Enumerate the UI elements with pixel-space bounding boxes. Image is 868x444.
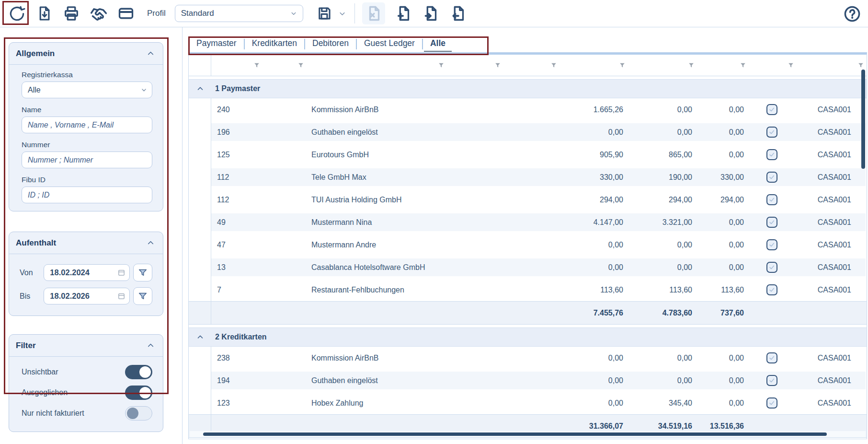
sichtbar-checkbox[interactable] [766, 194, 777, 205]
column-filter-icon[interactable] [857, 62, 864, 69]
toggle-switch[interactable] [125, 386, 152, 400]
collapse-chevron-up-icon[interactable] [146, 49, 155, 58]
section-aufenthalt-header[interactable]: Aufenthalt [9, 232, 163, 254]
toggle-switch[interactable] [125, 365, 152, 379]
sichtbar-checkbox[interactable] [766, 375, 777, 386]
column-filter-icon[interactable] [297, 62, 304, 69]
column-header-name[interactable] [306, 55, 446, 76]
export-file-button[interactable] [422, 4, 440, 23]
save-profile-button[interactable] [315, 4, 333, 23]
column-header-registrierkassa[interactable] [796, 55, 866, 76]
horizontal-scrollbar[interactable] [203, 432, 827, 436]
fibu-id-input[interactable] [22, 187, 152, 203]
cell-offen: 113,60 [627, 279, 696, 301]
group-collapse-icon[interactable] [196, 333, 205, 341]
sichtbar-checkbox[interactable] [766, 284, 777, 295]
import-file-button[interactable] [449, 4, 467, 23]
column-header-abreise[interactable] [503, 55, 559, 76]
tab-debitoren[interactable]: Debitoren [306, 36, 355, 52]
table-row[interactable]: 196Guthaben eingelöst0,000,000,00CASA001 [189, 121, 867, 143]
column-filter-icon[interactable] [740, 62, 746, 69]
tab-guest-ledger[interactable]: Guest Ledger [358, 36, 421, 52]
section-allgemein-header[interactable]: Allgemein [9, 43, 163, 65]
bis-filter-button[interactable] [133, 287, 152, 305]
cell-offen: 3.321,00 [627, 211, 696, 234]
table-row[interactable]: 13Casablanca Hotelsoftware GmbH0,000,000… [189, 256, 867, 279]
column-header-fibu-id[interactable] [262, 55, 306, 76]
column-filter-icon[interactable] [438, 62, 445, 69]
sichtbar-checkbox[interactable] [766, 172, 777, 183]
collapse-chevron-up-icon[interactable] [146, 341, 155, 350]
column-header-offen[interactable] [627, 55, 696, 76]
table-row[interactable]: 112TUI Austria Holding GmbH294,00294,002… [189, 188, 867, 211]
column-header-nicht-faktur[interactable] [696, 55, 748, 76]
cell-name: Kommission AirBnB [306, 98, 446, 121]
von-date-value[interactable] [50, 268, 106, 277]
table-row[interactable]: 112Tele GmbH Max330,00190,00330,00CASA00… [189, 166, 867, 188]
column-filter-icon[interactable] [494, 62, 501, 69]
column-header-nummer[interactable] [211, 55, 262, 76]
sichtbar-checkbox[interactable] [766, 397, 777, 409]
toggle-switch[interactable] [125, 406, 152, 421]
cell-summe: 905,90 [559, 143, 627, 166]
tab-alle[interactable]: Alle [424, 36, 452, 52]
sichtbar-checkbox[interactable] [766, 239, 777, 250]
tab-paymaster[interactable]: Paymaster [190, 36, 243, 52]
column-header-summe[interactable] [559, 55, 627, 76]
group-header-row[interactable]: 2 Kreditkarten [189, 327, 867, 347]
cell-nicht-fakturiert: 0,00 [696, 392, 748, 414]
group-header-row[interactable]: 1 Paymaster [189, 79, 867, 98]
sichtbar-checkbox[interactable] [766, 149, 777, 160]
refresh-button[interactable] [8, 4, 26, 23]
calendar-icon[interactable] [117, 269, 126, 277]
table-row[interactable]: 49Mustermann Nina4.147,003.321,000,00CAS… [189, 211, 867, 234]
calendar-icon[interactable] [117, 292, 126, 300]
table-row[interactable]: 7Restaurant-Fehlbuchungen113,60113,60113… [189, 279, 867, 301]
sichtbar-checkbox[interactable] [766, 352, 777, 363]
print-button[interactable] [62, 4, 80, 23]
column-filter-icon[interactable] [253, 62, 260, 69]
cash-drawer-button[interactable] [117, 4, 135, 23]
filter-funnel-icon [137, 268, 148, 278]
sichtbar-checkbox[interactable] [766, 217, 777, 228]
profile-select[interactable]: Standard [175, 5, 303, 22]
column-filter-icon[interactable] [688, 62, 695, 69]
column-filter-icon[interactable] [619, 62, 626, 69]
section-filter-header[interactable]: Filter [9, 335, 163, 357]
column-header-sichtbar[interactable] [748, 55, 796, 76]
cell-abreise [503, 143, 559, 166]
help-button[interactable] [843, 5, 861, 23]
table-row[interactable]: 123Hobex Zahlung0,00345,400,00CASA001 [189, 392, 867, 414]
add-file-button[interactable] [394, 4, 412, 23]
nummer-input[interactable] [22, 152, 152, 168]
von-date-input[interactable] [44, 264, 130, 281]
sichtbar-checkbox[interactable] [766, 127, 777, 138]
collapse-chevron-up-icon[interactable] [146, 238, 155, 247]
column-filter-icon[interactable] [550, 62, 557, 69]
discard-file-button[interactable] [362, 2, 385, 24]
sichtbar-checkbox[interactable] [766, 104, 777, 115]
sichtbar-checkbox[interactable] [766, 262, 777, 273]
cell-nummer: 125 [211, 143, 262, 166]
table-row[interactable]: 240Kommission AirBnB1.665,260,000,00CASA… [189, 98, 867, 121]
bis-date-input[interactable] [44, 288, 130, 304]
cell-registrierkassa: CASA001 [796, 121, 866, 143]
cell-nummer: 13 [211, 256, 262, 279]
table-row[interactable]: 47Mustermann Andre0,000,000,00CASA001 [189, 234, 867, 256]
name-input[interactable] [22, 117, 152, 133]
von-filter-button[interactable] [133, 264, 152, 281]
bis-date-value[interactable] [50, 292, 106, 301]
table-row[interactable]: 125Eurotours GmbH905,90865,000,00CASA001 [189, 143, 867, 166]
column-header-anreise[interactable] [446, 55, 503, 76]
download-file-button[interactable] [35, 4, 53, 23]
tab-kreditkarten[interactable]: Kreditkarten [246, 36, 303, 52]
column-filter-icon[interactable] [788, 62, 794, 69]
table-row[interactable]: 238Kommission AirBnB0,000,000,00CASA001 [189, 347, 867, 369]
cell-name: Kommission AirBnB [306, 347, 446, 369]
group-collapse-icon[interactable] [196, 84, 205, 93]
save-options-button[interactable] [338, 4, 347, 23]
handshake-button[interactable] [90, 4, 108, 23]
registrierkassa-select[interactable]: Alle [22, 82, 152, 98]
vertical-scrollbar[interactable] [861, 70, 865, 169]
table-row[interactable]: 194Guthaben eingelöst0,000,000,00CASA001 [189, 369, 867, 392]
